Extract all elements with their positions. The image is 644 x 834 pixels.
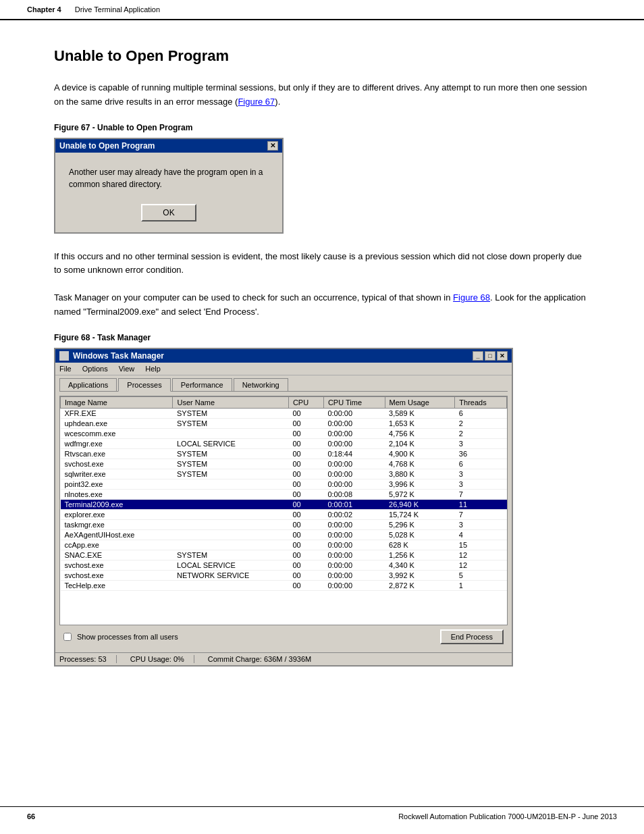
dialog67-close-button[interactable]: ✕ — [267, 141, 278, 151]
tm-tab-applications[interactable]: Applications — [59, 378, 117, 391]
table-row[interactable]: SNAC.EXESYSTEM000:00:001,256 K12 — [61, 550, 507, 560]
table-row[interactable]: taskmgr.exe000:00:005,296 K3 — [61, 519, 507, 529]
header-bar: Chapter 4 Drive Terminal Application — [0, 0, 644, 20]
tm-statusbar: Processes: 53 CPU Usage: 0% Commit Charg… — [55, 652, 512, 665]
tm-close-button[interactable]: ✕ — [497, 351, 508, 361]
table-row[interactable]: XFR.EXESYSTEM000:00:003,589 K6 — [61, 408, 507, 418]
table-row[interactable]: svchost.exeNETWORK SERVICE000:00:003,992… — [61, 570, 507, 580]
figure67-link[interactable]: Figure 67 — [238, 97, 275, 107]
table-row[interactable]: Terminal2009.exe000:00:0126,940 K11 — [61, 499, 507, 509]
figure67-label: Figure 67 - Unable to Open Program — [54, 123, 590, 132]
tm-col-cpu[interactable]: CPU — [288, 396, 323, 408]
tm-col-user[interactable]: User Name — [173, 396, 288, 408]
table-row[interactable]: Rtvscan.exeSYSTEM000:18:444,900 K36 — [61, 448, 507, 459]
para2: If this occurs and no other terminal ses… — [54, 250, 590, 278]
tm-col-mem[interactable]: Mem Usage — [385, 396, 455, 408]
tm-title: Windows Task Manager — [73, 351, 164, 361]
tm-tab-networking[interactable]: Networking — [234, 378, 288, 391]
table-row[interactable]: TecHelp.exe000:00:002,872 K1 — [61, 580, 507, 590]
tm-menubar: File Options View Help — [55, 363, 512, 375]
table-row[interactable]: svchost.exeSYSTEM000:00:004,768 K6 — [61, 459, 507, 469]
tm-table-container: Image Name User Name CPU CPU Time Mem Us… — [59, 396, 508, 625]
para1-text: A device is capable of running multiple … — [54, 82, 587, 107]
tm-menu-options[interactable]: Options — [82, 365, 108, 373]
table-row[interactable]: uphdean.exeSYSTEM000:00:001,653 K2 — [61, 418, 507, 428]
main-content: Unable to Open Program A device is capab… — [0, 20, 644, 707]
tm-end-process-button[interactable]: End Process — [440, 629, 504, 644]
tm-col-image[interactable]: Image Name — [61, 396, 173, 408]
tm-titlebar-left: Windows Task Manager — [59, 351, 164, 361]
dialog67-message: Another user may already have the progra… — [69, 166, 269, 190]
tm-tab-performance[interactable]: Performance — [172, 378, 232, 391]
table-row[interactable]: wdfmgr.exeLOCAL SERVICE000:00:002,104 K3 — [61, 438, 507, 448]
para1-end: ). — [275, 97, 280, 107]
tm-tab-processes[interactable]: Processes — [118, 378, 170, 392]
dialog67-title: Unable to Open Program — [59, 141, 155, 151]
tm-col-cputime[interactable]: CPU Time — [323, 396, 385, 408]
tm-status-processes: Processes: 53 — [59, 655, 117, 663]
tm-app-icon — [59, 351, 69, 361]
table-row[interactable]: nlnotes.exe000:00:085,972 K7 — [61, 489, 507, 499]
tm-status-cpu: CPU Usage: 0% — [130, 655, 194, 663]
tm-minimize-button[interactable]: _ — [473, 351, 483, 361]
task-manager-window: Windows Task Manager _ □ ✕ File Options … — [54, 348, 513, 667]
tm-menu-help[interactable]: Help — [145, 365, 161, 373]
table-row[interactable]: ccApp.exe000:00:00628 K15 — [61, 540, 507, 550]
tm-footer: Show processes from all users End Proces… — [59, 625, 508, 648]
table-row[interactable]: point32.exe000:00:003,996 K3 — [61, 479, 507, 489]
dialog67-ok-container: OK — [69, 204, 269, 221]
para1: A device is capable of running multiple … — [54, 81, 590, 109]
tm-menu-file[interactable]: File — [59, 365, 72, 373]
tm-show-all-label: Show processes from all users — [77, 633, 178, 641]
dialog67-titlebar: Unable to Open Program ✕ — [55, 139, 282, 153]
footer-pub-info: Rockwell Automation Publication 7000-UM2… — [398, 812, 617, 820]
figure68-link[interactable]: Figure 68 — [453, 292, 490, 303]
tm-restore-button[interactable]: □ — [485, 351, 495, 361]
table-row[interactable]: sqlwriter.exeSYSTEM000:00:003,880 K3 — [61, 469, 507, 479]
footer-page-number: 66 — [27, 812, 35, 820]
tm-titlebar: Windows Task Manager _ □ ✕ — [55, 349, 512, 363]
tm-col-threads[interactable]: Threads — [455, 396, 507, 408]
table-row[interactable]: AeXAgentUIHost.exe000:00:005,028 K4 — [61, 529, 507, 540]
table-row[interactable]: svchost.exeLOCAL SERVICE000:00:004,340 K… — [61, 560, 507, 570]
dialog67-body: Another user may already have the progra… — [55, 153, 282, 232]
tm-tabs: Applications Processes Performance Netwo… — [55, 375, 512, 391]
tm-status-commit: Commit Charge: 636M / 3936M — [208, 655, 321, 663]
figure67-container: Figure 67 - Unable to Open Program Unabl… — [54, 123, 590, 234]
dialog67-box: Unable to Open Program ✕ Another user ma… — [54, 138, 284, 234]
section-heading: Unable to Open Program — [54, 47, 590, 65]
table-row[interactable]: explorer.exe000:00:0215,724 K7 — [61, 509, 507, 519]
para3: Task Manager on your computer can be use… — [54, 291, 590, 319]
para3-text: Task Manager on your computer can be use… — [54, 292, 453, 303]
tm-content: Image Name User Name CPU CPU Time Mem Us… — [55, 392, 512, 652]
tm-process-table: Image Name User Name CPU CPU Time Mem Us… — [60, 396, 507, 591]
dialog67-ok-button[interactable]: OK — [141, 204, 196, 221]
figure68-label: Figure 68 - Task Manager — [54, 333, 590, 342]
table-row[interactable]: wcescomm.exe000:00:004,756 K2 — [61, 428, 507, 438]
tm-menu-view[interactable]: View — [119, 365, 135, 373]
header-title: Drive Terminal Application — [75, 5, 160, 14]
tm-window-controls: _ □ ✕ — [473, 351, 508, 361]
tm-show-all-checkbox[interactable] — [63, 633, 72, 641]
page-container: Chapter 4 Drive Terminal Application Una… — [0, 0, 644, 834]
header-chapter: Chapter 4 — [27, 5, 61, 14]
page-footer: 66 Rockwell Automation Publication 7000-… — [0, 806, 644, 820]
